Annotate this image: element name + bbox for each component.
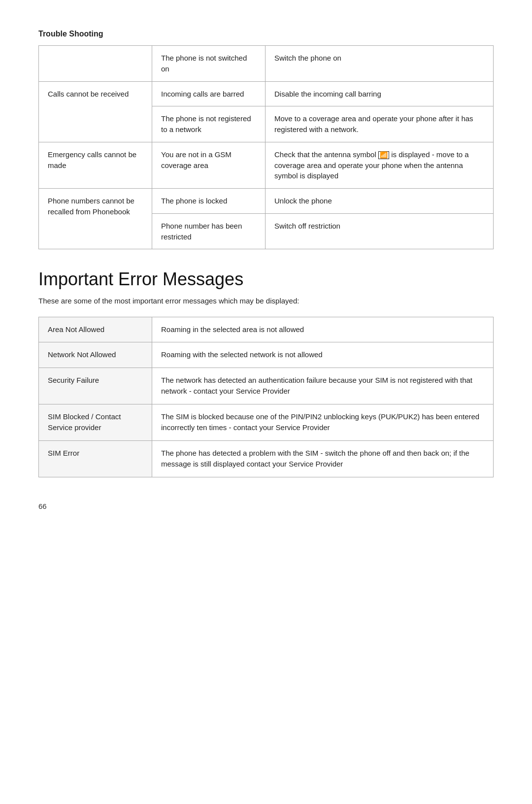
section-heading: Important Error Messages (38, 269, 494, 290)
error-cell: SIM Blocked / Contact Service provider (39, 404, 152, 440)
table-row: Security Failure The network has detecte… (39, 368, 494, 404)
table-row: Calls cannot be received Incoming calls … (39, 81, 494, 106)
table-row: Emergency calls cannot be made You are n… (39, 142, 494, 188)
solution-cell: Unlock the phone (266, 189, 494, 214)
cause-cell: Phone number has been restricted (152, 213, 266, 249)
table-row: SIM Blocked / Contact Service provider T… (39, 404, 494, 440)
cause-cell: You are not in a GSM coverage area (152, 142, 266, 188)
section-intro: These are some of the most important err… (38, 296, 494, 307)
error-cell: SIM Error (39, 440, 152, 477)
desc-cell: The network has detected an authenticati… (152, 368, 494, 404)
table-row: The phone is not switched on Switch the … (39, 46, 494, 82)
table-row: SIM Error The phone has detected a probl… (39, 440, 494, 477)
solution-cell: Switch off restriction (266, 213, 494, 249)
desc-cell: The phone has detected a problem with th… (152, 440, 494, 477)
antenna-symbol: 📶 (378, 151, 389, 159)
solution-cell: Move to a coverage area and operate your… (266, 106, 494, 142)
page-number: 66 (38, 502, 494, 510)
desc-cell: Roaming in the selected area is not allo… (152, 317, 494, 342)
desc-cell: Roaming with the selected network is not… (152, 342, 494, 368)
table-row: Phone numbers cannot be recalled from Ph… (39, 189, 494, 214)
cause-cell: The phone is not switched on (152, 46, 266, 82)
solution-cell: Switch the phone on (266, 46, 494, 82)
trouble-shooting-heading: Trouble Shooting (38, 30, 494, 38)
cause-cell: Incoming calls are barred (152, 81, 266, 106)
error-cell: Area Not Allowed (39, 317, 152, 342)
error-cell: Security Failure (39, 368, 152, 404)
desc-cell: The SIM is blocked because one of the PI… (152, 404, 494, 440)
issue-cell (39, 46, 152, 82)
trouble-shooting-table: The phone is not switched on Switch the … (38, 45, 494, 249)
issue-cell: Calls cannot be received (39, 81, 152, 142)
solution-cell: Check that the antenna symbol 📶 is displ… (266, 142, 494, 188)
solution-cell: Disable the incoming call barring (266, 81, 494, 106)
issue-cell: Emergency calls cannot be made (39, 142, 152, 188)
table-row: Network Not Allowed Roaming with the sel… (39, 342, 494, 368)
cause-cell: The phone is not registered to a network (152, 106, 266, 142)
error-messages-table: Area Not Allowed Roaming in the selected… (38, 317, 494, 477)
issue-cell: Phone numbers cannot be recalled from Ph… (39, 189, 152, 249)
cause-cell: The phone is locked (152, 189, 266, 214)
table-row: Area Not Allowed Roaming in the selected… (39, 317, 494, 342)
error-cell: Network Not Allowed (39, 342, 152, 368)
